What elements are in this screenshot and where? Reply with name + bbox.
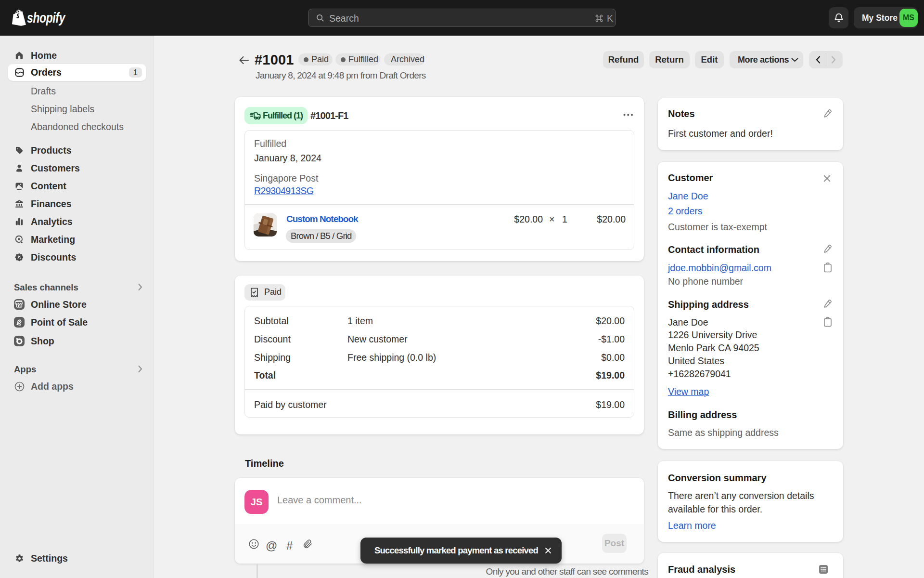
- svg-text:shopify: shopify: [27, 10, 66, 26]
